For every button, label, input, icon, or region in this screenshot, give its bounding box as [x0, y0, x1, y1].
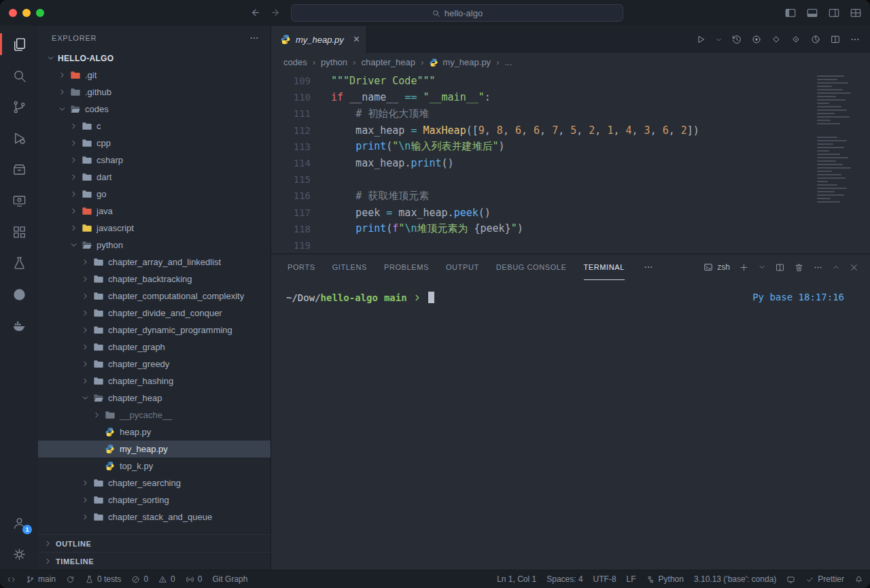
chevron-down-icon[interactable]: [758, 263, 766, 271]
timeline-section[interactable]: TIMELINE: [38, 552, 271, 570]
tree-item-codes[interactable]: codes: [38, 101, 271, 118]
maximize-window-button[interactable]: [36, 9, 44, 17]
chevron-down-icon[interactable]: [715, 36, 723, 44]
panel-tab-ports[interactable]: PORTS: [288, 254, 315, 280]
tree-item-github[interactable]: .github: [38, 84, 271, 101]
code-line-113[interactable]: 113 print("\n输入列表并建堆后"): [271, 139, 870, 155]
tree-item-top-k-py[interactable]: top_k.py: [38, 457, 271, 474]
tree-item-csharp[interactable]: csharp: [38, 152, 271, 169]
tree-item-dart[interactable]: dart: [38, 169, 271, 186]
minimize-window-button[interactable]: [22, 9, 31, 17]
tree-item-java[interactable]: java: [38, 203, 271, 220]
tree-item-chapter-graph[interactable]: chapter_graph: [38, 339, 271, 356]
status-language-python[interactable]: Python: [646, 574, 684, 584]
code-line-109[interactable]: 109"""Driver Code""": [271, 73, 870, 89]
tree-item-chapter-backtracking[interactable]: chapter_backtracking: [38, 271, 271, 288]
diamond-icon[interactable]: [771, 34, 782, 45]
plus-icon[interactable]: [739, 262, 749, 273]
code-line-115[interactable]: 115: [271, 171, 870, 188]
tree-item-chapter-array-and-linkedlist[interactable]: chapter_array_and_linkedlist: [38, 254, 271, 271]
activity-run-debug-icon[interactable]: [0, 122, 38, 154]
status-sync[interactable]: [66, 575, 75, 584]
tree-item-python[interactable]: python: [38, 237, 271, 254]
tree-item-git[interactable]: .git: [38, 67, 271, 84]
tree-root-hello-algo[interactable]: HELLO-ALGO: [38, 50, 271, 67]
layout-panel-bottom-icon[interactable]: [806, 7, 818, 19]
activity-docker-whale-icon[interactable]: [0, 310, 38, 341]
status-git-graph[interactable]: Git Graph: [212, 574, 247, 584]
status-cursor-position[interactable]: Ln 1, Col 1: [497, 574, 536, 584]
activity-remote-explorer-icon[interactable]: [0, 185, 38, 216]
ellipsis-icon[interactable]: [850, 34, 860, 45]
tree-item-chapter-divide-and-conquer[interactable]: chapter_divide_and_conquer: [38, 305, 271, 322]
diamond-dot-icon[interactable]: [790, 34, 801, 45]
record-circle-icon[interactable]: [751, 34, 762, 45]
tree-item-heap-py[interactable]: heap.py: [38, 423, 271, 440]
close-window-button[interactable]: [9, 9, 17, 17]
activity-extensions-blocks-icon[interactable]: [0, 216, 38, 247]
status-eol[interactable]: LF: [627, 574, 636, 584]
breadcrumb-item-codes[interactable]: codes: [283, 57, 307, 67]
status-remote-indicator[interactable]: [7, 575, 16, 584]
code-line-110[interactable]: 110if __name__ == "__main__":: [271, 89, 870, 105]
tab-my-heap-py[interactable]: my_heap.py ×: [271, 26, 367, 53]
tree-item-chapter-heap[interactable]: chapter_heap: [38, 390, 271, 407]
pie-circle-icon[interactable]: [810, 34, 821, 45]
tree-item-c[interactable]: c: [38, 118, 271, 135]
tree-item-my-heap-py[interactable]: my_heap.py: [38, 440, 271, 457]
layout-sidebar-right-icon[interactable]: [828, 7, 840, 19]
explorer-actions-icon[interactable]: [249, 33, 260, 44]
activity-search-icon[interactable]: [0, 60, 38, 91]
code-line-114[interactable]: 114 max_heap.print(): [271, 155, 870, 171]
split-editor-icon[interactable]: [775, 262, 785, 273]
layout-sidebar-left-icon[interactable]: [784, 7, 797, 19]
status-encoding[interactable]: UTF-8: [593, 574, 616, 584]
layout-grid-icon[interactable]: [850, 7, 862, 19]
panel-tab-output[interactable]: OUTPUT: [446, 254, 479, 280]
breadcrumb-item-my-heap-py[interactable]: my_heap.py: [429, 57, 491, 67]
code-line-118[interactable]: 118 print(f"\n堆顶元素为 {peek}"): [271, 221, 870, 237]
panel-tab-debug-console[interactable]: DEBUG CONSOLE: [496, 254, 567, 280]
status-ports[interactable]: 0: [186, 574, 203, 584]
tree-item-chapter-stack-and-queue[interactable]: chapter_stack_and_queue: [38, 508, 271, 525]
tree-item-chapter-sorting[interactable]: chapter_sorting: [38, 491, 271, 508]
activity-source-control-icon[interactable]: [0, 91, 38, 122]
tree-item-chapter-searching[interactable]: chapter_searching: [38, 474, 271, 491]
breadcrumb-item-chapter-heap[interactable]: chapter_heap: [361, 57, 415, 67]
code-line-116[interactable]: 116 # 获取堆顶元素: [271, 188, 870, 204]
breadcrumb-item-python[interactable]: python: [321, 57, 347, 67]
minimap[interactable]: [817, 75, 862, 205]
trash-icon[interactable]: [794, 262, 804, 273]
activity-account-icon[interactable]: 1: [0, 507, 38, 538]
code-line-111[interactable]: 111 # 初始化大顶堆: [271, 105, 870, 122]
activity-settings-gear-icon[interactable]: [0, 538, 38, 570]
close-icon[interactable]: ×: [353, 34, 360, 45]
breadcrumb-item-[interactable]: ...: [504, 57, 512, 67]
activity-testing-beaker-icon[interactable]: [0, 247, 38, 279]
status-errors[interactable]: 0: [131, 574, 148, 584]
status-screencast[interactable]: [786, 575, 795, 584]
panel-more-icon[interactable]: [643, 262, 654, 273]
activity-github-icon[interactable]: [0, 279, 38, 310]
code-line-119[interactable]: 119: [271, 237, 870, 254]
ellipsis-icon[interactable]: [813, 262, 823, 273]
tree-item-chapter-greedy[interactable]: chapter_greedy: [38, 356, 271, 373]
tree-item-chapter-computational-complexity[interactable]: chapter_computational_complexity: [38, 288, 271, 305]
shell-selector[interactable]: zsh: [703, 262, 730, 272]
tree-item-chapter-hashing[interactable]: chapter_hashing: [38, 373, 271, 390]
history-icon[interactable]: [731, 34, 742, 45]
status-git-branch[interactable]: main: [26, 574, 56, 584]
status-prettier[interactable]: Prettier: [805, 574, 844, 584]
status-indentation[interactable]: Spaces: 4: [546, 574, 582, 584]
status-tests[interactable]: 0 tests: [85, 574, 121, 584]
code-editor[interactable]: 109"""Driver Code"""110if __name__ == "_…: [271, 71, 870, 254]
code-line-117[interactable]: 117 peek = max_heap.peek(): [271, 205, 870, 221]
run-play-icon[interactable]: [695, 34, 706, 45]
tree-item-javascript[interactable]: javascript: [38, 220, 271, 237]
split-editor-icon[interactable]: [830, 34, 841, 45]
chevron-up-icon[interactable]: [832, 263, 840, 271]
forward-arrow-icon[interactable]: [271, 7, 282, 18]
code-line-112[interactable]: 112 max_heap = MaxHeap([9, 8, 6, 6, 7, 5…: [271, 122, 870, 139]
back-arrow-icon[interactable]: [249, 7, 260, 18]
command-center-search[interactable]: hello-algo: [291, 4, 623, 22]
